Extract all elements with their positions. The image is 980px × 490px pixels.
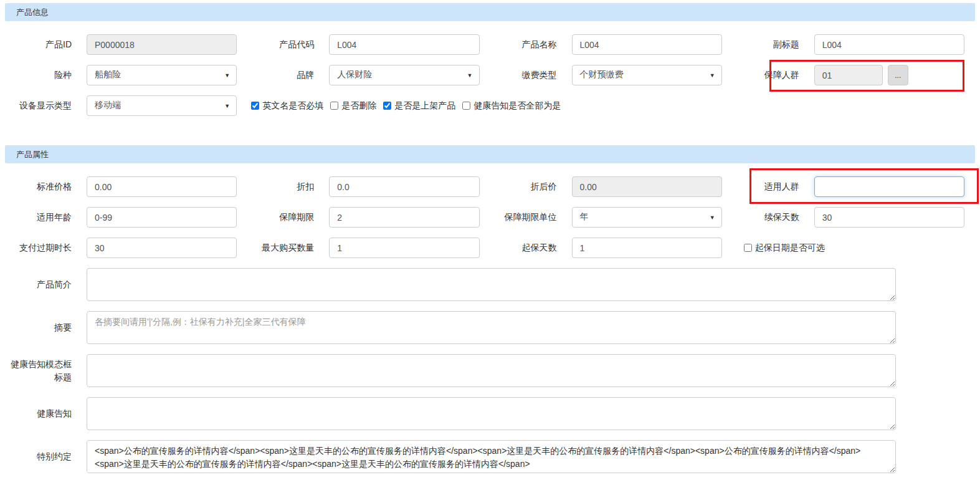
discounted-price-label: 折后价 <box>490 181 572 193</box>
coverage-period-input[interactable] <box>329 207 479 228</box>
summary-textarea[interactable] <box>87 311 896 344</box>
chevron-down-icon: ▼ <box>224 103 230 109</box>
applicable-age-label: 适用年龄 <box>5 211 87 223</box>
product-code-field: 产品代码 <box>247 34 490 55</box>
intro-row: 产品简介 <box>5 268 975 301</box>
attrs-row-2: 适用年龄 保障期限 保障期限单位 年 ▼ 续保天数 <box>5 207 975 228</box>
section-title-product-info: 产品信息 <box>5 3 975 21</box>
brand-value: 人保财险 <box>337 69 372 79</box>
english-required-checkbox-item[interactable]: 英文名是否必填 <box>251 100 323 112</box>
product-name-label: 产品名称 <box>490 39 572 50</box>
discounted-price-field: 折后价 <box>490 176 733 197</box>
modal-title-label: 健康告知模态框标题 <box>5 358 87 383</box>
start-days-input[interactable] <box>572 238 722 258</box>
coverage-group-input <box>814 65 883 85</box>
max-purchase-field: 最大购买数量 <box>247 238 490 258</box>
applicable-group-field: 适用人群 <box>733 176 975 197</box>
special-agreement-textarea[interactable] <box>87 440 896 473</box>
coverage-group-label: 保障人群 <box>733 69 814 81</box>
health-notice-row: 健康告知 <box>5 397 975 430</box>
discounted-price-input <box>572 176 722 197</box>
pay-expire-input[interactable] <box>87 238 237 258</box>
device-type-select[interactable]: 移动端 ▼ <box>87 95 237 116</box>
special-agreement-label: 特别约定 <box>5 450 87 463</box>
max-purchase-label: 最大购买数量 <box>247 242 329 254</box>
payment-type-field: 缴费类型 个财预缴费 ▼ <box>490 65 733 85</box>
attrs-row-1: 标准价格 折扣 折后价 适用人群 <box>5 176 975 197</box>
is-deleted-checkbox[interactable] <box>330 102 338 110</box>
is-deleted-label: 是否删除 <box>341 100 376 112</box>
standard-price-label: 标准价格 <box>5 181 87 193</box>
modal-title-row: 健康告知模态框标题 <box>5 354 975 387</box>
health-all-yes-checkbox[interactable] <box>462 102 470 110</box>
renewal-days-field: 续保天数 <box>733 207 975 228</box>
attrs-row-3: 支付过期时长 最大购买数量 起保天数 起保日期是否可选 <box>5 238 975 258</box>
insurance-type-field: 险种 船舶险 ▼ <box>5 65 247 85</box>
max-purchase-input[interactable] <box>329 238 479 258</box>
discount-field: 折扣 <box>247 176 490 197</box>
start-date-optional-checkbox-item[interactable]: 起保日期是否可选 <box>744 243 825 254</box>
device-type-value: 移动端 <box>95 100 121 110</box>
insurance-type-select[interactable]: 船舶险 ▼ <box>87 65 237 85</box>
discount-label: 折扣 <box>247 181 329 193</box>
chevron-down-icon: ▼ <box>710 214 715 221</box>
health-notice-label: 健康告知 <box>5 407 87 420</box>
payment-type-value: 个财预缴费 <box>580 69 624 79</box>
product-name-input[interactable] <box>572 34 722 55</box>
applicable-age-field: 适用年龄 <box>5 207 247 228</box>
intro-textarea[interactable] <box>87 268 896 301</box>
pay-expire-label: 支付过期时长 <box>5 242 87 254</box>
brand-field: 品牌 人保财险 ▼ <box>247 65 490 85</box>
standard-price-input[interactable] <box>87 176 237 197</box>
coverage-unit-field: 保障期限单位 年 ▼ <box>490 207 733 228</box>
summary-label: 摘要 <box>5 321 87 334</box>
is-deleted-checkbox-item[interactable]: 是否删除 <box>330 100 376 112</box>
product-attrs-section: 产品属性 标准价格 折扣 折后价 适用人群 <box>5 145 975 473</box>
product-id-label: 产品ID <box>5 39 87 50</box>
product-id-field: 产品ID <box>5 34 247 55</box>
renewal-days-input[interactable] <box>814 207 964 228</box>
health-all-yes-label: 健康告知是否全部为是 <box>473 100 561 112</box>
coverage-unit-label: 保障期限单位 <box>490 211 572 223</box>
product-code-input[interactable] <box>329 34 479 55</box>
product-edit-page: 产品信息 产品ID 产品代码 产品名称 副标题 <box>0 0 980 490</box>
subtitle-input[interactable] <box>814 34 964 55</box>
health-notice-textarea[interactable] <box>87 397 896 430</box>
on-shelf-checkbox[interactable] <box>383 102 391 110</box>
on-shelf-checkbox-item[interactable]: 是否是上架产品 <box>383 100 455 112</box>
payment-type-select[interactable]: 个财预缴费 ▼ <box>572 65 722 85</box>
subtitle-label: 副标题 <box>733 39 814 50</box>
coverage-period-field: 保障期限 <box>247 207 490 228</box>
applicable-group-label: 适用人群 <box>733 181 814 193</box>
info-row-1: 产品ID 产品代码 产品名称 副标题 <box>5 34 975 55</box>
info-row-3: 设备显示类型 移动端 ▼ 英文名是否必填 是否删除 <box>5 95 975 116</box>
product-code-label: 产品代码 <box>247 39 329 50</box>
health-all-yes-checkbox-item[interactable]: 健康告知是否全部为是 <box>462 100 561 112</box>
product-info-section: 产品信息 产品ID 产品代码 产品名称 副标题 <box>5 3 975 116</box>
payment-type-label: 缴费类型 <box>490 69 572 81</box>
discount-input[interactable] <box>329 176 479 197</box>
coverage-group-browse-button[interactable]: ... <box>888 65 908 85</box>
chevron-down-icon: ▼ <box>710 72 715 79</box>
coverage-unit-select[interactable]: 年 ▼ <box>572 207 722 228</box>
chevron-down-icon: ▼ <box>467 72 473 79</box>
start-date-optional-label: 起保日期是否可选 <box>755 243 825 254</box>
subtitle-field: 副标题 <box>733 34 975 55</box>
intro-label: 产品简介 <box>5 278 87 291</box>
coverage-period-label: 保障期限 <box>247 211 329 223</box>
applicable-group-input[interactable] <box>814 176 964 197</box>
special-agreement-row: 特别约定 <box>5 440 975 473</box>
insurance-type-value: 船舶险 <box>95 69 121 79</box>
renewal-days-label: 续保天数 <box>733 211 814 223</box>
start-days-label: 起保天数 <box>490 242 572 254</box>
start-days-field: 起保天数 <box>490 238 733 258</box>
pay-expire-field: 支付过期时长 <box>5 238 247 258</box>
brand-select[interactable]: 人保财险 ▼ <box>329 65 479 85</box>
start-date-optional-checkbox[interactable] <box>744 244 752 252</box>
english-required-checkbox[interactable] <box>251 102 259 110</box>
modal-title-textarea[interactable] <box>87 354 896 387</box>
product-name-field: 产品名称 <box>490 34 733 55</box>
applicable-age-input[interactable] <box>87 207 237 228</box>
info-row-2: 险种 船舶险 ▼ 品牌 人保财险 ▼ 缴费类型 个财预缴费 <box>5 65 975 85</box>
start-date-optional-field: 起保日期是否可选 <box>733 238 975 258</box>
